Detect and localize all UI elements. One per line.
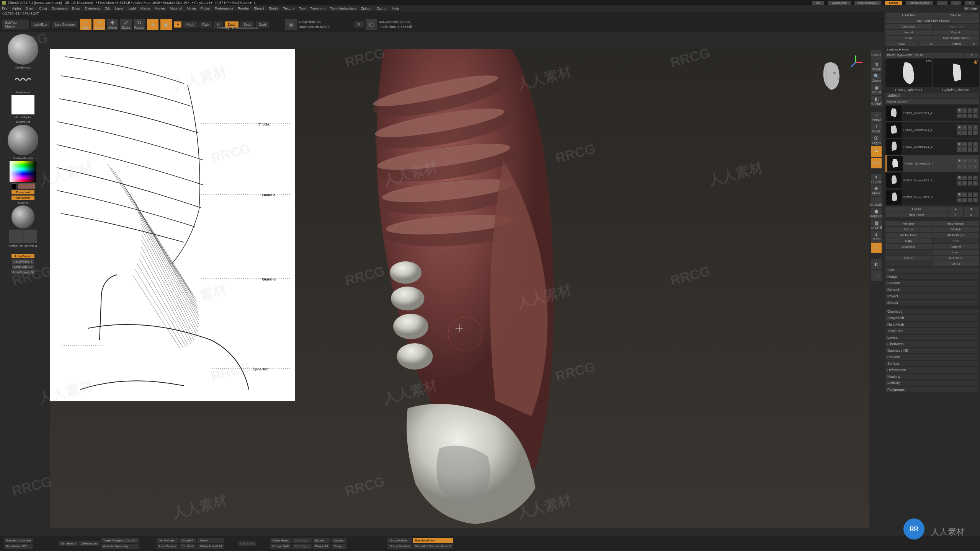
polygra-button[interactable]: ⬢PolyGra — [871, 208, 882, 219]
menu-tomhardsurface[interactable]: Tom Hardsurface — [330, 7, 357, 10]
thickskin-section[interactable]: Thick Skin — [885, 328, 979, 334]
weighted-smooth-slider[interactable]: Weighted Smooth Mode 0 — [413, 544, 453, 549]
subtool-item-3[interactable]: PM3D_Sphere3D1_7 👁▫▫▫▫▫▫▫ — [885, 155, 979, 172]
color-picker[interactable] — [10, 161, 36, 182]
newfolder-button[interactable]: New Folder — [885, 212, 947, 217]
gizmo-button[interactable]: ✦ — [147, 19, 158, 30]
geometryhd-section[interactable]: Geometry HD — [885, 348, 979, 353]
menu-layer[interactable]: Layer — [115, 7, 124, 10]
goz-all-button[interactable]: All — [919, 41, 944, 46]
select-lasso-button[interactable] — [23, 230, 37, 243]
export-bottom-button[interactable]: Export — [313, 538, 330, 543]
remesh-section[interactable]: Remesh — [885, 287, 979, 292]
menu-zscript[interactable]: Zscript — [377, 7, 387, 10]
rotate-button[interactable]: ↻Rotate — [134, 19, 145, 30]
menu-marker[interactable]: Marker — [155, 7, 165, 10]
menu-file[interactable]: File — [2, 7, 8, 10]
menu-document[interactable]: Document — [52, 7, 68, 10]
z-intensity-slider[interactable]: Z Intensity 20 — [214, 26, 234, 30]
menus-button[interactable]: Menus — [885, 1, 902, 5]
arraymesh-section[interactable]: ArrayMesh — [885, 315, 979, 321]
subtool-item-5[interactable]: PM3D_Sphere3D1_9 👁▫▫▫▫▫▫▫ — [885, 189, 979, 206]
subtool-item-2[interactable]: PM3D_Sphere3D1_6 👁▫▫▫▫▫▫▫ — [885, 139, 979, 155]
tool-thumb-1[interactable]: 13 ★ — [933, 59, 979, 87]
groupvisible-button[interactable]: GroupVisible — [387, 538, 412, 543]
subtool-header[interactable]: Subtool — [885, 93, 979, 98]
moveview-button[interactable]: ✥Move — [871, 185, 882, 196]
spix-button[interactable]: SPix 3 — [871, 50, 882, 60]
dynamic-button[interactable]: ⟳ — [354, 21, 364, 28]
liveboolean-button[interactable]: Live Boolean — [52, 21, 78, 28]
a-button[interactable]: A — [174, 21, 181, 28]
frame-button[interactable]: ✦Frame — [871, 174, 882, 184]
masking-section[interactable]: Masking — [885, 374, 979, 379]
menu-dynamics[interactable]: Dynamics — [85, 7, 100, 10]
clone-button[interactable]: Clone — [885, 36, 932, 41]
color-black[interactable] — [11, 183, 17, 189]
subtool-master-button[interactable]: SubTool Master — [2, 20, 29, 29]
insert-button[interactable]: Insert — [933, 250, 979, 255]
double-label[interactable]: Double — [18, 201, 28, 204]
mirrorweld-button[interactable]: Mirror And Weld — [198, 544, 224, 549]
copy-button[interactable]: Copy — [885, 238, 932, 243]
copy-tool-button[interactable]: Copy Tool — [885, 24, 932, 29]
load-tools-project-button[interactable]: Load Tools From Project — [885, 18, 979, 23]
menu-picker[interactable]: Picker — [201, 7, 210, 10]
mirror-button[interactable]: Mirror — [198, 538, 224, 543]
split-section[interactable]: Split — [885, 267, 979, 273]
menu-edit[interactable]: Edit — [105, 7, 111, 10]
extract-section[interactable]: Extract — [885, 300, 979, 305]
preview-section[interactable]: Preview — [885, 354, 979, 360]
groupssplit-button[interactable]: Groups Split — [270, 544, 291, 549]
texture-label[interactable]: Texture Off — [16, 120, 31, 124]
subtool-item-1[interactable]: PM3D_Sphere3D1_5 👁▫▫▫▫▫▫▫ — [885, 122, 979, 139]
close-button[interactable]: ✕ — [965, 1, 975, 5]
ac-button[interactable]: AC — [812, 1, 824, 5]
up-button[interactable]: ▲ — [948, 207, 963, 212]
delunder-button[interactable]: Del Under — [238, 541, 256, 546]
menu-preferences[interactable]: Preferences — [215, 7, 234, 10]
visible-count[interactable]: Visible Count 6 — [885, 99, 979, 104]
alltotarget-button[interactable]: All To Target — [933, 233, 979, 238]
duplicate-button[interactable]: Duplicate — [885, 244, 932, 249]
import-button[interactable]: Import — [885, 30, 932, 35]
selrect-button[interactable]: ⬚ — [871, 270, 882, 281]
storemt-button[interactable]: StoreMT — [180, 538, 196, 543]
move-button[interactable]: ✥Move — [107, 19, 118, 30]
seethrough-button[interactable]: See-through 0 — [854, 1, 882, 5]
lock-button[interactable]: 🔒 — [871, 146, 882, 157]
select-rect-button[interactable] — [9, 230, 23, 243]
polygroups-section[interactable]: Polygroups — [885, 387, 979, 392]
draw3d-button[interactable]: ⬚Draw3D — [871, 197, 882, 207]
projectall-button[interactable]: ProjectAll — [313, 544, 330, 549]
menu-tool[interactable]: Tool — [299, 7, 305, 10]
actual-button[interactable]: ▣Actual — [871, 84, 882, 95]
camera-head-reference[interactable] — [815, 59, 846, 93]
scroll-button[interactable]: ⊞Scroll — [871, 61, 882, 72]
temp-button[interactable]: 🌡Temp — [871, 231, 882, 242]
persp-button[interactable]: ▱Persp — [871, 112, 882, 122]
color-current[interactable] — [18, 183, 35, 189]
draw-button[interactable]: ✎Draw — [93, 19, 105, 30]
aahalf-button[interactable]: ◧AAHalf — [871, 96, 882, 106]
draw-size-slider[interactable]: Draw Size 86.82372 — [299, 25, 330, 29]
menu-transform[interactable]: Transform — [310, 7, 326, 10]
minimize-button[interactable]: — — [937, 1, 947, 5]
delother-button[interactable]: Del Other — [933, 256, 979, 261]
menu-alpha[interactable]: Alpha — [12, 7, 21, 10]
edit-button[interactable]: ✎Edit — [80, 19, 91, 30]
scale-button[interactable]: ⤢Scale — [120, 19, 132, 30]
moveup-button[interactable]: ⇈ — [948, 212, 963, 217]
down-button[interactable]: ▼ — [964, 207, 979, 212]
menu-draw[interactable]: Draw — [72, 7, 80, 10]
menu-brush[interactable]: Brush — [26, 7, 35, 10]
right-dock-1[interactable]: ◂ — [964, 7, 969, 10]
delete-button[interactable]: Delete — [885, 256, 932, 261]
menu-texture[interactable]: Texture — [283, 7, 295, 10]
alltohome-button[interactable]: All To Home — [885, 233, 932, 238]
resolution-slider[interactable]: Resolution 128 — [4, 544, 33, 549]
paste-button[interactable]: Paste — [933, 238, 979, 243]
enable-customize-button[interactable]: Enable Customize — [4, 538, 33, 543]
mask-button[interactable]: ◐ — [871, 259, 882, 269]
r-button[interactable]: R — [965, 53, 979, 58]
